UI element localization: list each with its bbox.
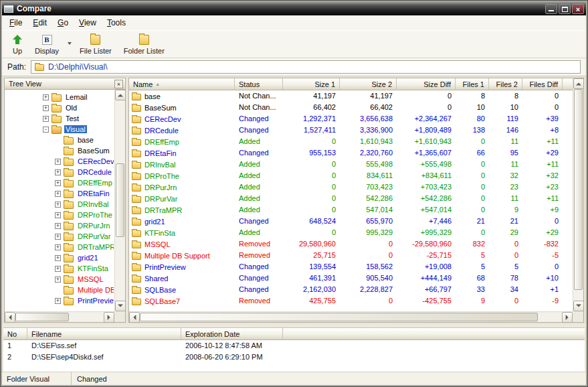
tree-item[interactable]: +DRPurVar xyxy=(5,231,114,242)
collapse-icon[interactable]: - xyxy=(43,127,49,133)
scroll-down-button[interactable] xyxy=(115,301,126,311)
tree-item[interactable]: +DRPurJrn xyxy=(5,220,114,231)
expand-icon[interactable]: + xyxy=(55,266,61,272)
toolbar-up-button[interactable]: Up xyxy=(6,31,29,57)
table-row[interactable]: grid21Changed648,524655,970+7,44621210 xyxy=(129,216,573,227)
menu-item-view[interactable]: View xyxy=(74,16,102,29)
column-header-size-1[interactable]: Size 1 xyxy=(283,78,340,90)
table-row[interactable]: DREtaFinChanged955,1532,320,760+1,365,60… xyxy=(129,147,573,159)
menu-item-go[interactable]: Go xyxy=(52,16,74,29)
scroll-up-button[interactable] xyxy=(115,90,126,100)
column-header-name[interactable]: Name▲ xyxy=(129,78,235,90)
column-header-size-diff[interactable]: Size Diff xyxy=(397,78,456,90)
scroll-left-button[interactable] xyxy=(129,312,140,323)
toolbar-folder-lister-button[interactable]: Folder Lister xyxy=(118,31,171,57)
table-row[interactable]: KTFinStaAdded0995,329+995,329029+29 xyxy=(129,227,573,238)
expand-icon[interactable]: + xyxy=(55,212,61,218)
file-row[interactable]: 1D:\SEF\ss.sef2006-10-12 8:47:58 AM xyxy=(3,340,585,352)
tree-item[interactable]: Multiple DB S xyxy=(5,285,114,295)
expand-icon[interactable]: + xyxy=(55,234,61,240)
tree-item[interactable]: +Old xyxy=(5,102,114,113)
titlebar[interactable]: Compare × xyxy=(2,2,586,15)
scroll-thumb[interactable] xyxy=(15,313,69,321)
table-row[interactable]: SQLBaseChanged2,162,0302,228,827+66,7973… xyxy=(129,284,573,295)
tree-close-button[interactable]: × xyxy=(114,80,123,88)
tree-horizontal-scrollbar[interactable] xyxy=(5,311,114,322)
tree-item[interactable]: +DREtaFin xyxy=(5,188,114,199)
file-row[interactable]: 2D:\SEF\sep4Diskd.sef2008-06-20 6:29:10 … xyxy=(3,352,585,363)
toolbar-file-lister-button[interactable]: File Lister xyxy=(74,31,118,57)
path-input[interactable]: D:\Delphi\Visual\ xyxy=(31,60,581,74)
table-row[interactable]: MSSQLRemoved29,580,9600-29,580,9608320-8… xyxy=(129,238,573,250)
tree-item[interactable]: +KTFinSta xyxy=(5,263,114,274)
expand-icon[interactable]: + xyxy=(55,159,61,165)
scroll-down-button[interactable] xyxy=(573,301,584,311)
table-vertical-scrollbar[interactable] xyxy=(573,78,583,311)
expand-icon[interactable]: + xyxy=(55,169,61,175)
table-row[interactable]: SQLBase7Removed425,7550-425,75590-9 xyxy=(129,295,573,307)
toolbar-display-dropdown-button[interactable] xyxy=(65,33,74,56)
table-row[interactable]: DRTraMPRAdded0547,014+547,01409+9 xyxy=(129,204,573,216)
table-row[interactable]: BaseSumNot Chan...66,40266,402010100 xyxy=(129,102,573,113)
table-row[interactable]: DREffEmpAdded01,610,943+1,610,943011+11 xyxy=(129,136,573,147)
expand-icon[interactable]: + xyxy=(55,202,61,208)
table-row[interactable]: PrintPreviewChanged139,554158,562+19,008… xyxy=(129,261,573,273)
tree-item[interactable]: base xyxy=(5,135,114,145)
table-row[interactable]: DRPurVarAdded0542,286+542,286011+11 xyxy=(129,193,573,204)
menu-item-edit[interactable]: Edit xyxy=(27,16,52,29)
scroll-thumb[interactable] xyxy=(140,313,538,321)
expand-icon[interactable]: + xyxy=(55,298,61,304)
table-row[interactable]: DRInvBalAdded0555,498+555,498011+11 xyxy=(129,159,573,170)
expand-icon[interactable]: + xyxy=(43,94,49,100)
close-button[interactable]: × xyxy=(572,4,584,14)
table-row[interactable]: CERecDevChanged1,292,3713,656,638+2,364,… xyxy=(129,113,573,125)
tree-item[interactable]: +DRProThe xyxy=(5,210,114,220)
column-header-status[interactable]: Status xyxy=(235,78,283,90)
table-row[interactable]: baseNot Chan...41,19741,1970880 xyxy=(129,90,573,102)
tree-item[interactable]: +Lemail xyxy=(5,92,114,102)
expand-icon[interactable]: + xyxy=(55,191,61,197)
expand-icon[interactable]: + xyxy=(43,116,49,122)
minimize-button[interactable] xyxy=(545,4,557,14)
table-row[interactable]: DRCeduleChanged1,527,4113,336,900+1,809,… xyxy=(129,125,573,136)
tree-item[interactable]: BaseSum xyxy=(5,145,114,156)
tree-item[interactable]: +DRInvBal xyxy=(5,199,114,210)
files-column-header-exploration-date[interactable]: Exploration Date xyxy=(181,328,283,340)
expand-icon[interactable]: + xyxy=(55,180,61,186)
table-row[interactable]: SharedChanged461,391905,540+444,1496878+… xyxy=(129,273,573,284)
tree-item[interactable]: +MSSQL xyxy=(5,274,114,285)
files-column-header-no[interactable]: No xyxy=(3,328,27,340)
tree-item[interactable]: +PrintPreview xyxy=(5,295,114,306)
tree-item[interactable]: +DREffEmp xyxy=(5,177,114,188)
tree-item[interactable]: -Visual xyxy=(5,124,114,135)
expand-icon[interactable]: + xyxy=(55,223,61,229)
menu-item-file[interactable]: File xyxy=(4,16,27,29)
scroll-thumb[interactable] xyxy=(574,89,583,290)
toolbar-display-button[interactable]: BDisplay xyxy=(29,31,65,57)
expand-icon[interactable]: + xyxy=(55,244,61,250)
tree-item[interactable]: +DRTraMPR xyxy=(5,242,114,252)
scroll-left-button[interactable] xyxy=(5,312,15,323)
tree-item[interactable]: +DRCedule xyxy=(5,167,114,177)
tree-vertical-scrollbar[interactable] xyxy=(114,90,125,311)
column-header-size-2[interactable]: Size 2 xyxy=(340,78,397,90)
table-row[interactable]: DRPurJrnAdded0703,423+703,423023+23 xyxy=(129,181,573,193)
expand-icon[interactable]: + xyxy=(55,255,61,261)
tree-item[interactable]: +Test xyxy=(5,113,114,124)
expand-icon[interactable]: + xyxy=(43,105,49,111)
tree-item[interactable]: +grid21 xyxy=(5,252,114,263)
tree-item[interactable]: +CERecDev xyxy=(5,156,114,167)
table-horizontal-scrollbar[interactable] xyxy=(129,311,573,322)
column-header-files-2[interactable]: Files 2 xyxy=(489,78,522,90)
scroll-right-button[interactable] xyxy=(104,312,114,323)
menu-item-tools[interactable]: Tools xyxy=(102,16,131,29)
scroll-thumb[interactable] xyxy=(116,163,124,237)
maximize-button[interactable] xyxy=(559,4,571,14)
column-header-files-1[interactable]: Files 1 xyxy=(456,78,489,90)
files-column-header-filename[interactable]: Filename xyxy=(27,328,181,340)
table-row[interactable]: Multiple DB SupportRemoved25,7150-25,715… xyxy=(129,250,573,261)
scroll-up-button[interactable] xyxy=(573,78,584,89)
scroll-right-button[interactable] xyxy=(562,312,573,323)
table-row[interactable]: DRProTheAdded0834,611+834,611032+32 xyxy=(129,170,573,181)
column-header-files-diff[interactable]: Files Diff xyxy=(522,78,563,90)
